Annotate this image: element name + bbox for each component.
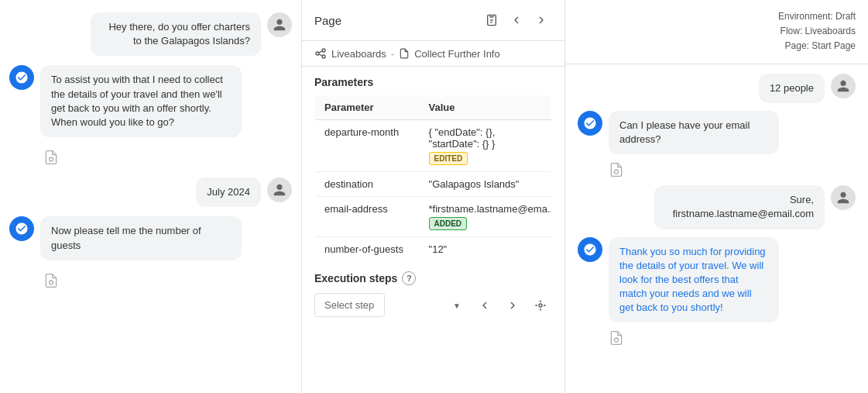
params-table: Parameter Value departure-month{ "endDat… <box>314 95 552 262</box>
right-doc-icon-1 <box>609 162 856 178</box>
right-bot-avatar-2 <box>578 237 602 262</box>
breadcrumb-sep: - <box>391 48 394 60</box>
chat-row-user-2: July 2024 <box>9 178 292 207</box>
user-avatar-2 <box>267 178 292 202</box>
table-row: destination"Galapagos Islands" <box>315 172 552 197</box>
value-cell: "Galapagos Islands" <box>420 172 552 197</box>
breadcrumb-item2: Collect Further Info <box>414 48 500 60</box>
doc-icon-2 <box>40 270 62 291</box>
svg-line-9 <box>319 54 322 56</box>
step-focus-btn[interactable] <box>529 294 552 317</box>
value-cell: *firstname.lastname@ema...ADDED <box>420 197 552 237</box>
right-bot-bubble-2: Thank you so much for providing the deta… <box>609 237 779 323</box>
right-user-avatar-2 <box>831 185 856 210</box>
center-header: Page <box>302 0 564 41</box>
bot-avatar-2 <box>9 216 34 241</box>
environment-label: Environment: Draft <box>578 9 856 24</box>
step-select[interactable]: Select step <box>314 293 385 317</box>
col-header-value: Value <box>420 95 552 120</box>
right-doc-icon-2 <box>609 330 856 346</box>
svg-line-8 <box>319 51 322 53</box>
right-row-user-1: 12 people <box>578 74 856 103</box>
flow-label: Flow: Liveaboards <box>578 24 856 39</box>
step-prev-btn[interactable] <box>473 294 496 317</box>
bot-bubble-1: To assist you with that I need to collec… <box>40 65 242 137</box>
chat-row-bot-1: To assist you with that I need to collec… <box>9 65 292 137</box>
value-cell: "12" <box>420 237 552 262</box>
status-badge: ADDED <box>429 217 468 230</box>
right-user-bubble-1: 12 people <box>759 74 825 103</box>
svg-rect-2 <box>490 15 493 17</box>
svg-point-7 <box>322 55 325 58</box>
params-section-title: Parameters <box>302 67 564 95</box>
page-doc-icon <box>399 48 410 59</box>
right-row-bot-2: Thank you so much for providing the deta… <box>578 237 856 323</box>
help-icon[interactable]: ? <box>402 271 416 285</box>
left-chat-panel: Hey there, do you offer charters to the … <box>0 0 302 393</box>
execution-section: Execution steps ? Select step <box>302 262 564 326</box>
page-label: Page: Start Page <box>578 39 856 53</box>
exec-title: Execution steps ? <box>314 271 552 285</box>
prev-button[interactable] <box>506 9 527 31</box>
right-bot-bubble-1: Can I please have your email address? <box>609 111 779 154</box>
col-header-parameter: Parameter <box>315 95 420 120</box>
doc-icon-1 <box>40 147 62 168</box>
step-next-btn[interactable] <box>501 294 524 317</box>
right-header: Environment: Draft Flow: Liveaboards Pag… <box>565 0 868 64</box>
user-bubble-2: July 2024 <box>196 178 261 207</box>
right-row-user-2: Sure, firstname.lastname@email.com <box>578 185 856 229</box>
right-chat: 12 people Can I please have your email a… <box>565 64 868 393</box>
bot-avatar-1 <box>9 65 34 90</box>
status-badge: EDITED <box>429 152 468 165</box>
chat-row-bot-2: Now please tell me the number of guests <box>9 216 292 260</box>
param-cell: destination <box>315 172 420 197</box>
param-cell: number-of-guests <box>315 237 420 262</box>
param-cell: departure-month <box>315 120 420 172</box>
bot-bubble-2: Now please tell me the number of guests <box>40 216 242 260</box>
user-bubble-1: Hey there, do you offer charters to the … <box>91 12 261 56</box>
table-row: number-of-guests"12" <box>315 237 552 262</box>
svg-point-6 <box>322 49 325 52</box>
nav-icons <box>481 9 552 31</box>
svg-point-5 <box>316 52 319 55</box>
step-select-wrapper: Select step <box>314 293 468 317</box>
table-row: email-address*firstname.lastname@ema...A… <box>315 197 552 237</box>
page-title: Page <box>314 14 341 27</box>
right-bot-avatar-1 <box>578 111 602 136</box>
right-panel: Environment: Draft Flow: Liveaboards Pag… <box>565 0 868 393</box>
flow-icon <box>314 47 327 60</box>
step-select-row: Select step <box>314 293 552 317</box>
param-cell: email-address <box>315 197 420 237</box>
right-user-bubble-2: Sure, firstname.lastname@email.com <box>654 185 825 229</box>
clipboard-icon-btn[interactable] <box>481 9 503 31</box>
chat-row-user-1: Hey there, do you offer charters to the … <box>9 12 292 56</box>
right-user-avatar-1 <box>831 74 856 98</box>
breadcrumb: Liveaboards - Collect Further Info <box>302 41 564 67</box>
table-row: departure-month{ "endDate": {}, "startDa… <box>315 120 552 172</box>
svg-point-10 <box>539 304 542 307</box>
value-cell: { "endDate": {}, "startDate": {} }EDITED <box>420 120 552 172</box>
center-panel: Page <box>302 0 565 393</box>
user-avatar-1 <box>267 12 292 37</box>
breadcrumb-item1: Liveaboards <box>331 48 386 60</box>
right-row-bot-1: Can I please have your email address? <box>578 111 856 154</box>
next-button[interactable] <box>530 9 552 31</box>
